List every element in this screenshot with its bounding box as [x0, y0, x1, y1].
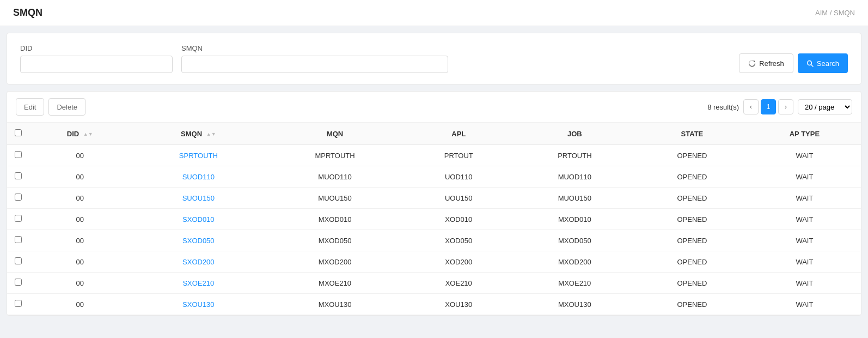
- row-checkbox[interactable]: [15, 172, 22, 179]
- cell-ap-type: WAIT: [748, 145, 861, 166]
- smqn-input[interactable]: [181, 56, 448, 73]
- row-checkbox-cell: [7, 145, 29, 166]
- row-checkbox[interactable]: [15, 279, 22, 286]
- table-row: 00 SPRTOUTH MPRTOUTH PRTOUT PRTOUTH OPEN…: [7, 145, 861, 166]
- cell-job: MXOU130: [514, 294, 636, 315]
- row-checkbox-cell: [7, 294, 29, 315]
- select-all-col: [7, 123, 29, 145]
- prev-page-button[interactable]: ‹: [743, 99, 759, 114]
- table-section: Edit Delete 8 result(s) ‹ 1 › 20 / page …: [7, 91, 861, 316]
- cell-apl: XOE210: [404, 273, 514, 294]
- breadcrumb: AIM / SMQN: [815, 9, 855, 17]
- table-toolbar: Edit Delete 8 result(s) ‹ 1 › 20 / page …: [7, 92, 861, 123]
- results-count: 8 result(s): [707, 103, 739, 111]
- cell-ap-type: WAIT: [748, 209, 861, 230]
- col-did[interactable]: DID ▲▼: [29, 123, 131, 145]
- search-icon: [806, 60, 814, 67]
- cell-smqn[interactable]: SXOE210: [131, 273, 266, 294]
- cell-did: 00: [29, 273, 131, 294]
- page-1-button[interactable]: 1: [761, 99, 776, 114]
- cell-ap-type: WAIT: [748, 251, 861, 273]
- table-row: 00 SXOE210 MXOE210 XOE210 MXOE210 OPENED…: [7, 273, 861, 294]
- cell-ap-type: WAIT: [748, 273, 861, 294]
- row-checkbox-cell: [7, 209, 29, 230]
- filter-actions: Refresh Search: [739, 53, 848, 73]
- cell-mqn: MPRTOUTH: [266, 145, 404, 166]
- data-table: DID ▲▼ SMQN ▲▼ MQN APL JOB STATE AP TYPE…: [7, 123, 861, 315]
- filter-row: DID SMQN Refresh Search: [20, 44, 848, 73]
- table-row: 00 SUOD110 MUOD110 UOD110 MUOD110 OPENED…: [7, 166, 861, 188]
- cell-smqn[interactable]: SUOD110: [131, 166, 266, 188]
- table-body: 00 SPRTOUTH MPRTOUTH PRTOUT PRTOUTH OPEN…: [7, 145, 861, 315]
- row-checkbox-cell: [7, 273, 29, 294]
- table-row: 00 SXOU130 MXOU130 XOU130 MXOU130 OPENED…: [7, 294, 861, 315]
- cell-state: OPENED: [636, 145, 748, 166]
- table-wrapper: DID ▲▼ SMQN ▲▼ MQN APL JOB STATE AP TYPE…: [7, 123, 861, 315]
- cell-ap-type: WAIT: [748, 230, 861, 251]
- cell-apl: PRTOUT: [404, 145, 514, 166]
- pagination-nav: ‹ 1 ›: [743, 99, 793, 114]
- row-checkbox-cell: [7, 251, 29, 273]
- cell-did: 00: [29, 251, 131, 273]
- refresh-button[interactable]: Refresh: [739, 53, 793, 73]
- cell-job: MXOD200: [514, 251, 636, 273]
- search-button[interactable]: Search: [798, 53, 848, 73]
- col-state: STATE: [636, 123, 748, 145]
- did-field: DID: [20, 44, 173, 73]
- pagination: 8 result(s) ‹ 1 › 20 / page 50 / page 10…: [707, 99, 852, 114]
- table-header: DID ▲▼ SMQN ▲▼ MQN APL JOB STATE AP TYPE: [7, 123, 861, 145]
- cell-smqn[interactable]: SXOU130: [131, 294, 266, 315]
- cell-did: 00: [29, 145, 131, 166]
- cell-job: MUOD110: [514, 166, 636, 188]
- cell-mqn: MUOD110: [266, 166, 404, 188]
- col-smqn[interactable]: SMQN ▲▼: [131, 123, 266, 145]
- table-row: 00 SXOD010 MXOD010 XOD010 MXOD010 OPENED…: [7, 209, 861, 230]
- cell-job: MXOE210: [514, 273, 636, 294]
- select-all-checkbox[interactable]: [15, 129, 22, 136]
- next-page-button[interactable]: ›: [778, 99, 793, 114]
- page-size-select[interactable]: 20 / page 50 / page 100 / page: [798, 99, 852, 114]
- filter-section: DID SMQN Refresh Search: [7, 33, 861, 84]
- did-label: DID: [20, 44, 173, 52]
- cell-smqn[interactable]: SXOD200: [131, 251, 266, 273]
- cell-ap-type: WAIT: [748, 188, 861, 209]
- delete-button[interactable]: Delete: [48, 98, 85, 116]
- header: SMQN AIM / SMQN: [0, 0, 868, 26]
- cell-state: OPENED: [636, 251, 748, 273]
- cell-did: 00: [29, 209, 131, 230]
- cell-mqn: MXOD200: [266, 251, 404, 273]
- svg-line-1: [811, 64, 813, 67]
- row-checkbox[interactable]: [15, 300, 22, 307]
- row-checkbox[interactable]: [15, 215, 22, 222]
- cell-apl: XOU130: [404, 294, 514, 315]
- cell-mqn: MXOD010: [266, 209, 404, 230]
- cell-mqn: MUOU150: [266, 188, 404, 209]
- cell-smqn[interactable]: SXOD010: [131, 209, 266, 230]
- edit-button[interactable]: Edit: [16, 98, 44, 116]
- row-checkbox[interactable]: [15, 257, 22, 264]
- row-checkbox-cell: [7, 166, 29, 188]
- cell-state: OPENED: [636, 188, 748, 209]
- cell-smqn[interactable]: SPRTOUTH: [131, 145, 266, 166]
- cell-state: OPENED: [636, 209, 748, 230]
- cell-job: MXOD010: [514, 209, 636, 230]
- cell-mqn: MXOU130: [266, 294, 404, 315]
- cell-smqn[interactable]: SXOD050: [131, 230, 266, 251]
- cell-mqn: MXOE210: [266, 273, 404, 294]
- cell-apl: XOD200: [404, 251, 514, 273]
- row-checkbox[interactable]: [15, 236, 22, 243]
- col-job: JOB: [514, 123, 636, 145]
- cell-smqn[interactable]: SUOU150: [131, 188, 266, 209]
- cell-apl: XOD010: [404, 209, 514, 230]
- cell-did: 00: [29, 188, 131, 209]
- cell-did: 00: [29, 294, 131, 315]
- page-title: SMQN: [13, 7, 42, 19]
- row-checkbox[interactable]: [15, 194, 22, 201]
- table-row: 00 SXOD200 MXOD200 XOD200 MXOD200 OPENED…: [7, 251, 861, 273]
- row-checkbox[interactable]: [15, 151, 22, 158]
- cell-apl: XOD050: [404, 230, 514, 251]
- row-checkbox-cell: [7, 188, 29, 209]
- did-input[interactable]: [20, 56, 173, 73]
- cell-state: OPENED: [636, 230, 748, 251]
- col-mqn: MQN: [266, 123, 404, 145]
